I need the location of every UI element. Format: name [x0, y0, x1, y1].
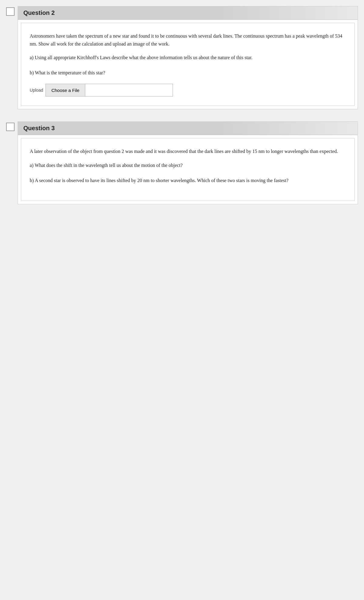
question-2-part-b: b) What is the temperature of this star? — [30, 69, 346, 77]
question-3-wrapper: Question 3 A later observation of the ob… — [6, 121, 358, 204]
question-3-title: Question 3 — [23, 125, 55, 131]
file-name-display — [85, 84, 173, 96]
question-2-container: Question 2 Astronomers have taken the sp… — [18, 6, 358, 109]
question-2-checkbox[interactable] — [6, 7, 15, 16]
choose-file-button[interactable]: Choose a File — [46, 84, 85, 96]
question-3-part-b: b) A second star is observed to have its… — [30, 177, 346, 185]
file-input-wrapper[interactable]: Choose a File — [46, 84, 173, 97]
question-3-container: Question 3 A later observation of the ob… — [18, 121, 358, 204]
upload-label: Upload — [30, 88, 43, 93]
question-2-wrapper: Question 2 Astronomers have taken the sp… — [6, 6, 358, 109]
question-2-text: Astronomers have taken the spectrum of a… — [30, 32, 346, 48]
question-2-body: Astronomers have taken the spectrum of a… — [21, 23, 355, 106]
question-3-header: Question 3 — [18, 122, 358, 135]
question-2-header: Question 2 — [18, 6, 358, 20]
question-2-title: Question 2 — [23, 9, 55, 16]
question-2-part-a: a) Using all appropriate Kirchhoff's Law… — [30, 54, 346, 62]
question-3-checkbox[interactable] — [6, 123, 15, 131]
question-3-checkbox-area[interactable] — [6, 121, 15, 131]
question-3-text: A later observation of the object from q… — [30, 147, 346, 155]
question-2-checkbox-area[interactable] — [6, 6, 15, 16]
upload-row: Upload Choose a File — [30, 84, 346, 97]
question-3-part-a: a) What does the shift in the wavelength… — [30, 161, 346, 169]
question-3-body: A later observation of the object from q… — [21, 138, 355, 201]
